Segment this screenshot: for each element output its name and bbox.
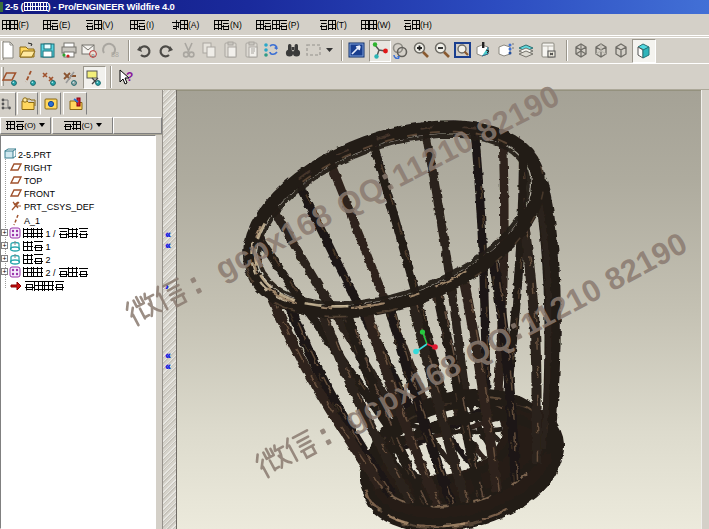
svg-text:?: ? xyxy=(126,70,133,84)
svg-text:88: 88 xyxy=(111,51,119,58)
